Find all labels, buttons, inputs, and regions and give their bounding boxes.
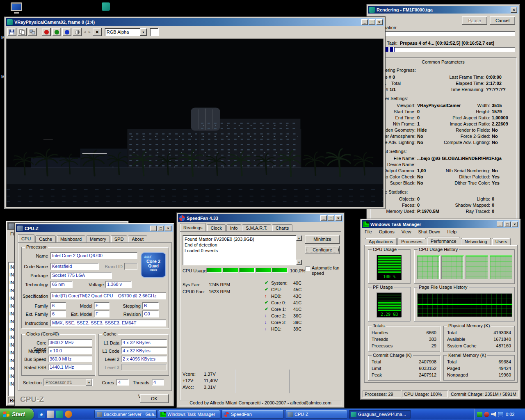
taskbar-button-task-manager[interactable]: Windows Task Manager — [158, 410, 220, 419]
minimize-button[interactable]: _ — [497, 221, 503, 227]
tab-networking[interactable]: Networking — [461, 238, 491, 245]
tab-memory[interactable]: Memory — [86, 235, 110, 242]
maximize-button[interactable]: □ — [504, 221, 511, 227]
close-button[interactable]: × — [511, 221, 518, 227]
next-arrow-icon[interactable]: ► — [88, 30, 91, 34]
mono-channel-button[interactable] — [73, 28, 82, 36]
temp-label: HD0: — [271, 293, 281, 299]
tab-spd[interactable]: SPD — [111, 235, 128, 242]
close-button[interactable]: × — [165, 226, 171, 231]
blue-channel-button[interactable] — [62, 28, 71, 36]
tab-readings[interactable]: Readings — [180, 223, 206, 231]
taskbar-button-3dsmax-file[interactable]: Guaguas_new944.ma... — [349, 410, 411, 419]
prev-arrow-icon[interactable]: ◄ — [83, 30, 87, 34]
detection-log[interactable]: Found Maxtor 6V200E0 (203,9GB) End of de… — [183, 235, 302, 265]
clocks-group-label: Clocks (Core#0) — [25, 331, 60, 336]
maximize-button[interactable]: □ — [369, 19, 375, 25]
automatic-fan-speed-checkbox[interactable] — [306, 266, 310, 271]
background-color-swatch[interactable] — [150, 28, 159, 36]
rendering-titlebar[interactable]: Rendering - FM1F0000.tga × — [368, 6, 518, 14]
tab-charts[interactable]: Charts — [272, 224, 292, 231]
cancel-button[interactable]: Cancel — [490, 16, 515, 25]
minimize-app-button[interactable]: Minimize — [305, 235, 340, 244]
pause-button[interactable]: Pause — [462, 16, 487, 25]
tab-applications[interactable]: Applications — [365, 238, 397, 245]
common-parameters-header[interactable]: Common Parameters — [371, 59, 515, 65]
tab-cache[interactable]: Cache — [35, 235, 56, 242]
3dsmax-quicklaunch-icon[interactable] — [56, 411, 63, 418]
tab-clock[interactable]: Clock — [207, 224, 226, 231]
menu-file[interactable]: File — [362, 228, 375, 235]
configure-button[interactable]: Configure — [305, 246, 340, 254]
close-button[interactable]: × — [376, 19, 383, 25]
technology-label: Technology — [23, 282, 48, 288]
internet-explorer-icon[interactable]: e — [38, 411, 45, 418]
start-button[interactable]: Start — [0, 409, 34, 420]
scroll-up-icon[interactable]: ▲ — [296, 235, 302, 241]
tab-about[interactable]: About — [128, 235, 147, 242]
tab-mainboard[interactable]: Mainboard — [57, 235, 85, 242]
tray-green-led-icon[interactable] — [477, 412, 482, 417]
cpu-usage-value: 100,0% — [290, 268, 305, 274]
cpuz-titlebar[interactable]: CPU-Z _ □ × — [16, 224, 173, 232]
scroll-down-icon[interactable]: ▼ — [296, 260, 302, 265]
temp-label: Core 2: — [271, 313, 286, 319]
vfb-image-area[interactable] — [6, 39, 383, 207]
minimize-button[interactable]: _ — [320, 215, 327, 221]
package-label: Package — [23, 273, 48, 279]
menu-shutdown[interactable]: Shut Down — [415, 228, 443, 235]
menu-help[interactable]: Help — [444, 228, 459, 235]
instructions-field: MMX, SSE, SSE2, SSE3, SSSE3, EM64T — [50, 320, 166, 326]
taskbar-button-backburner[interactable]: Backburner Server - Gua... — [94, 410, 157, 419]
brand-id-field — [124, 263, 137, 270]
l1-data-field: 4 x 32 KBytes — [121, 339, 167, 346]
processor-selection-dropdown[interactable]: Processor #1 ▼ — [43, 379, 93, 386]
volume-icon[interactable] — [491, 412, 496, 417]
close-button[interactable]: × — [511, 7, 517, 13]
red-channel-button[interactable] — [42, 28, 51, 36]
save-image-button[interactable] — [7, 28, 16, 36]
vfb-titlebar[interactable]: VRayPhysicalCamera02, frame 0 (1:4) _ □ … — [6, 18, 384, 26]
minimize-button[interactable]: _ — [361, 19, 368, 25]
close-button[interactable]: × — [335, 215, 342, 221]
green-channel-button[interactable] — [52, 28, 61, 36]
copy-icon — [19, 29, 25, 35]
taskbar-clock[interactable]: 0:02 — [506, 412, 514, 417]
taskmgr-titlebar[interactable]: Windows Task Manager _ □ × — [362, 220, 519, 228]
clear-image-button[interactable]: ✕ — [93, 28, 102, 36]
ok-button[interactable]: OK — [140, 394, 169, 403]
tab-users[interactable]: Users — [492, 238, 511, 245]
tab-cpu[interactable]: CPU — [18, 234, 34, 242]
maximize-button[interactable]: □ — [158, 226, 164, 231]
chevron-down-icon[interactable]: ▼ — [140, 28, 147, 36]
network-icon[interactable] — [498, 412, 503, 417]
desktop-icon-my-computer[interactable] — [10, 2, 24, 15]
tab-info[interactable]: Info — [226, 224, 241, 231]
media-quicklaunch-icon[interactable] — [65, 411, 72, 418]
logo-inside: inside — [142, 268, 165, 271]
multiplier-field: x 10.0 — [48, 347, 92, 354]
taskbar-button-speedfan[interactable]: SpeedFan — [221, 410, 284, 419]
desktop-icon-3dsmax[interactable] — [102, 2, 110, 11]
tab-smart[interactable]: S.M.A.R.T. — [242, 224, 271, 231]
chevron-down-icon[interactable]: ▼ — [86, 379, 92, 386]
channel-dropdown[interactable]: RGB Alpha ▼ — [105, 28, 147, 36]
minimize-button[interactable]: _ — [150, 226, 157, 231]
copy-image-button[interactable] — [18, 28, 27, 36]
tray-red-led-icon[interactable] — [484, 412, 489, 417]
speedfan-titlebar[interactable]: SpeedFan 4.33 _ □ × — [178, 214, 343, 222]
revision-label: Revision — [113, 311, 141, 317]
tab-processes[interactable]: Processes — [397, 238, 426, 245]
blue-channel-icon — [65, 30, 69, 34]
tab-performance[interactable]: Performance — [427, 237, 460, 245]
core-speed-field: 3600.2 MHz — [48, 339, 92, 346]
taskbar-button-cpuz[interactable]: CPU-Z — [285, 410, 347, 419]
show-desktop-icon[interactable] — [47, 411, 54, 418]
menu-options[interactable]: Options — [376, 228, 397, 235]
cpu-history-group-label: CPU Usage History — [418, 247, 459, 252]
log-scrollbar[interactable]: ▲ ▼ — [296, 235, 302, 265]
maximize-button[interactable]: □ — [328, 215, 334, 221]
clone-buffer-button[interactable] — [28, 28, 37, 36]
menu-view[interactable]: View — [399, 228, 414, 235]
system-tray: 0:02 — [474, 409, 525, 420]
